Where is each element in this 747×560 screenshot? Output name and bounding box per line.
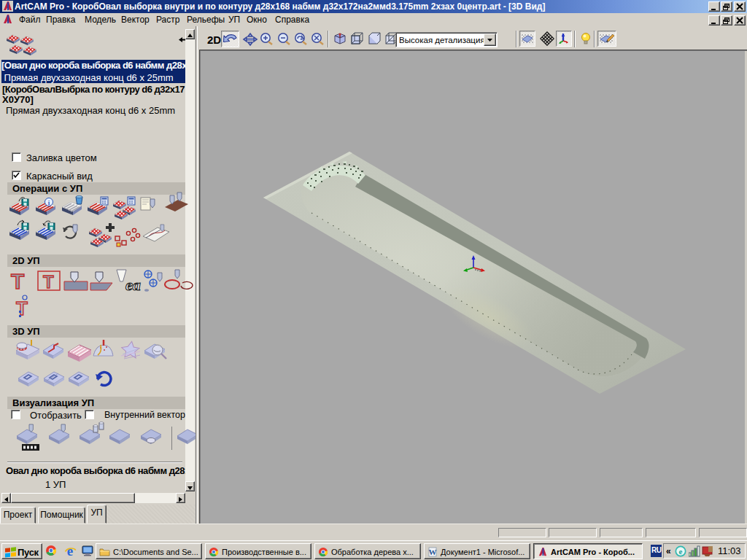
svg-text:T: T	[11, 269, 24, 293]
svg-text:e: e	[679, 547, 683, 556]
svg-text:ea: ea	[125, 276, 141, 294]
svg-text:W: W	[429, 548, 437, 556]
svg-text:e: e	[67, 545, 73, 557]
svg-text:T: T	[16, 298, 28, 319]
svg-text:T: T	[43, 272, 54, 292]
